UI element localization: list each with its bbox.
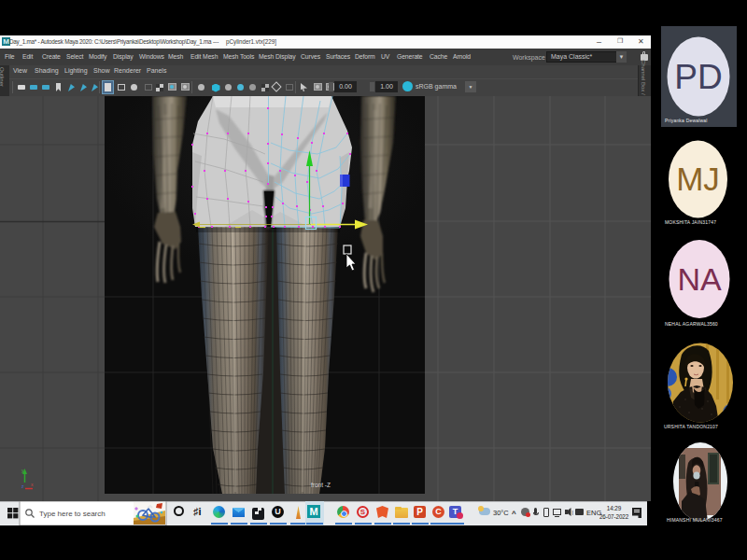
svg-text:MJ: MJ bbox=[676, 161, 720, 197]
svg-text:z: z bbox=[21, 483, 24, 489]
svg-text:front -Z: front -Z bbox=[311, 482, 331, 488]
svg-text:NA: NA bbox=[677, 261, 722, 297]
svg-text:x: x bbox=[31, 482, 34, 487]
svg-text:PD: PD bbox=[674, 58, 722, 96]
